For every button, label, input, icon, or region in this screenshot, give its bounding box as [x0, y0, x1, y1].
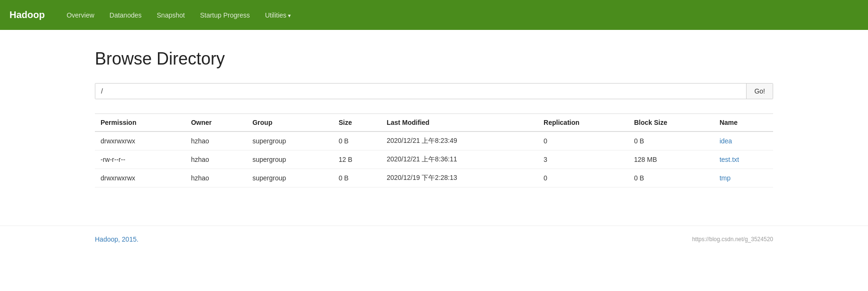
col-header-block-size: Block Size — [628, 114, 714, 132]
cell-replication: 0 — [538, 131, 628, 150]
main-content: Browse Directory Go! Permission Owner Gr… — [0, 30, 868, 207]
table-row: drwxrwxrwx hzhao supergroup 0 B 2020/12/… — [95, 131, 773, 150]
go-button[interactable]: Go! — [746, 84, 773, 99]
col-header-size: Size — [333, 114, 381, 132]
cell-group: supergroup — [247, 169, 333, 188]
nav-item-datanodes[interactable]: Datanodes — [102, 7, 149, 24]
cell-permission: drwxrwxrwx — [95, 169, 185, 188]
nav-link-startup-progress[interactable]: Startup Progress — [193, 7, 258, 24]
navbar-nav: Overview Datanodes Snapshot Startup Prog… — [59, 7, 298, 24]
col-header-owner: Owner — [185, 114, 247, 132]
col-header-name: Name — [714, 114, 773, 132]
name-link[interactable]: test.txt — [720, 156, 739, 163]
col-header-last-modified: Last Modified — [381, 114, 538, 132]
cell-name[interactable]: test.txt — [714, 150, 773, 169]
cell-size: 0 B — [333, 169, 381, 188]
cell-last-modified: 2020/12/19 下午2:28:13 — [381, 169, 538, 188]
navbar-brand[interactable]: Hadoop — [9, 9, 45, 20]
cell-size: 12 B — [333, 150, 381, 169]
nav-item-utilities[interactable]: Utilities — [258, 7, 298, 24]
cell-last-modified: 2020/12/21 上午8:36:11 — [381, 150, 538, 169]
name-link[interactable]: tmp — [720, 174, 730, 182]
col-header-replication: Replication — [538, 114, 628, 132]
page-title: Browse Directory — [95, 49, 773, 69]
cell-last-modified: 2020/12/21 上午8:23:49 — [381, 131, 538, 150]
cell-name[interactable]: tmp — [714, 169, 773, 188]
nav-link-overview[interactable]: Overview — [59, 7, 102, 24]
cell-size: 0 B — [333, 131, 381, 150]
cell-replication: 0 — [538, 169, 628, 188]
cell-name[interactable]: idea — [714, 131, 773, 150]
col-header-group: Group — [247, 114, 333, 132]
cell-owner: hzhao — [185, 131, 247, 150]
name-link[interactable]: idea — [720, 137, 732, 145]
cell-replication: 3 — [538, 150, 628, 169]
cell-block-size: 128 MB — [628, 150, 714, 169]
nav-link-utilities[interactable]: Utilities — [258, 7, 298, 24]
cell-group: supergroup — [247, 150, 333, 169]
nav-item-startup-progress[interactable]: Startup Progress — [193, 7, 258, 24]
cell-owner: hzhao — [185, 169, 247, 188]
col-header-permission: Permission — [95, 114, 185, 132]
table-header-row: Permission Owner Group Size Last Modifie… — [95, 114, 773, 132]
cell-owner: hzhao — [185, 150, 247, 169]
cell-permission: -rw-r--r-- — [95, 150, 185, 169]
cell-block-size: 0 B — [628, 131, 714, 150]
nav-item-overview[interactable]: Overview — [59, 7, 102, 24]
search-bar: Go! — [95, 83, 773, 99]
footer-left: Hadoop, 2015. — [95, 235, 139, 243]
search-input[interactable] — [95, 84, 746, 99]
nav-item-snapshot[interactable]: Snapshot — [149, 7, 193, 24]
table-row: drwxrwxrwx hzhao supergroup 0 B 2020/12/… — [95, 169, 773, 188]
directory-table: Permission Owner Group Size Last Modifie… — [95, 113, 773, 188]
table-row: -rw-r--r-- hzhao supergroup 12 B 2020/12… — [95, 150, 773, 169]
footer: Hadoop, 2015. https://blog.csdn.net/g_35… — [0, 225, 868, 253]
nav-link-datanodes[interactable]: Datanodes — [102, 7, 149, 24]
navbar: Hadoop Overview Datanodes Snapshot Start… — [0, 0, 868, 30]
cell-block-size: 0 B — [628, 169, 714, 188]
nav-link-snapshot[interactable]: Snapshot — [149, 7, 193, 24]
cell-permission: drwxrwxrwx — [95, 131, 185, 150]
footer-right: https://blog.csdn.net/g_3524520 — [692, 236, 773, 243]
cell-group: supergroup — [247, 131, 333, 150]
